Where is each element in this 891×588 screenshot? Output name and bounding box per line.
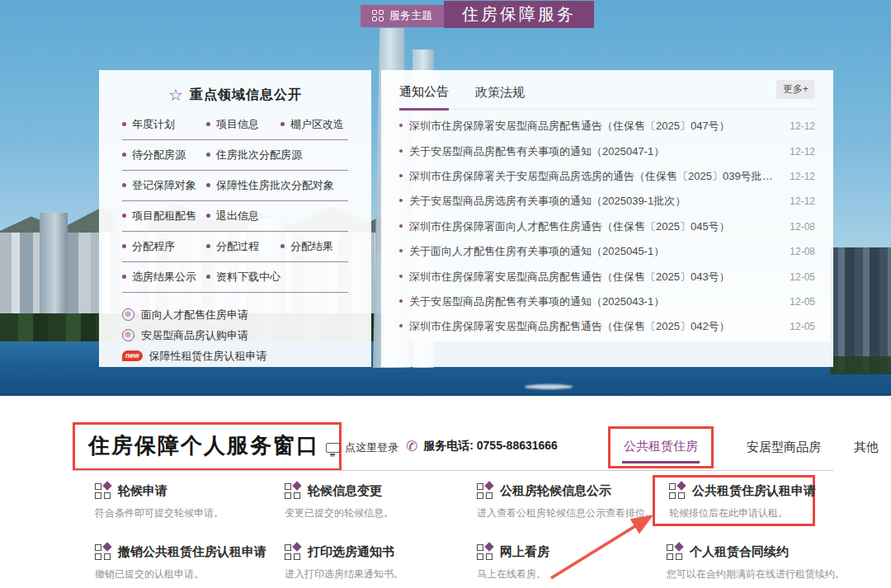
link-row: 分配程序 分配过程 分配结果: [122, 232, 348, 262]
login-label: 点这里登录: [345, 440, 398, 455]
more-button[interactable]: 更多+: [776, 80, 815, 99]
tab-notices[interactable]: 通知公告: [399, 84, 449, 111]
notice-tabs: 通知公告 政策法规 更多+: [399, 70, 815, 110]
boat-wake: [525, 384, 573, 389]
service-topic-chip[interactable]: 服务主题: [361, 5, 444, 27]
tab-other[interactable]: 其他: [854, 440, 879, 455]
link-project-info[interactable]: 项目信息: [206, 117, 259, 132]
service-contract-renewal[interactable]: 个人租赁合同续约 您可以在合约期满前在线进行租赁续约。: [667, 538, 873, 581]
service-grid-icon: [669, 483, 685, 499]
housing-type-tabs: 公共租赁住房 安居型商品房 其他: [608, 426, 879, 468]
link-alloc-procedure[interactable]: 分配程序: [122, 239, 175, 254]
service-desc: 轮候排位后在此申请认租。: [669, 506, 806, 520]
building: [40, 213, 68, 320]
service-queue-info-change[interactable]: 轮候信息变更 变更已提交的轮候信息。: [285, 477, 477, 538]
login-link[interactable]: 点这里登录: [326, 440, 398, 455]
service-desc: 符合条件即可提交轮候申请。: [95, 506, 285, 520]
service-title: 网上看房: [500, 544, 549, 560]
service-desc: 您可以在合约期满前在线进行租赁续约。: [667, 567, 873, 581]
link-batch-housing[interactable]: 住房批次分配房源: [206, 148, 302, 162]
info-disclosure-panel: ☆ 重点领域信息公开 年度计划 项目信息 棚户区改造 待分配房源 住房批次分配房…: [99, 70, 371, 367]
star-icon: ☆: [168, 87, 183, 103]
notice-item[interactable]: 关于安居型商品房选房有关事项的通知（2025039-1批次）12-12: [399, 189, 815, 214]
notice-date: 12-08: [790, 246, 815, 257]
service-grid: 轮候申请 符合条件即可提交轮候申请。 轮候信息变更 变更已提交的轮候信息。 公租…: [95, 477, 873, 581]
notice-date: 12-05: [790, 271, 815, 283]
notice-item[interactable]: 关于安居型商品房配售有关事项的通知（2025043-1）12-05: [399, 289, 815, 314]
phone-number: 服务电话: 0755-88631666: [423, 439, 558, 454]
header-bar: 服务主题 住房保障服务: [361, 1, 594, 28]
service-title: 轮候申请: [118, 483, 167, 499]
apply-icon: 申: [122, 308, 134, 321]
service-topic-label: 服务主题: [389, 8, 432, 23]
notice-item[interactable]: 深圳市住房保障署关于安居型商品房选房的通告（住保售〔2025〕039号批次）12…: [399, 164, 815, 189]
personal-service-section: 住房保障个人服务窗口 点这里登录 ✆ 服务电话: 0755-88631666 公…: [0, 396, 891, 588]
link-project-rent-sale[interactable]: 项目配租配售: [122, 209, 196, 223]
info-disclosure-header: ☆ 重点领域信息公开: [99, 70, 371, 106]
link-alloc-result[interactable]: 分配结果: [280, 239, 333, 254]
page-title: 住房保障服务: [444, 1, 594, 28]
service-queue-apply[interactable]: 轮候申请 符合条件即可提交轮候申请。: [95, 477, 285, 538]
link-row: 项目配租配售 退出信息: [122, 201, 348, 232]
apply-icon: 申: [122, 329, 134, 341]
notice-date: 12-12: [790, 120, 815, 132]
service-grid-icon: [285, 483, 300, 499]
new-badge: new: [122, 350, 143, 361]
notice-item[interactable]: 深圳市住房保障署安居型商品房配售通告（住保售〔2025〕047号）12-12: [399, 114, 815, 139]
link-selection-publicity[interactable]: 选房结果公示: [122, 270, 196, 285]
link-shantytown[interactable]: 棚户区改造: [280, 117, 344, 132]
notice-panel: 通知公告 政策法规 更多+ 深圳市住房保障署安居型商品房配售通告（住保售〔202…: [381, 70, 833, 367]
service-desc: 进入查看公租房轮候信息公示查看排位。: [477, 506, 667, 520]
service-grid-icon: [667, 544, 682, 560]
notice-title: 深圳市住房保障署面向人才配售住房通告（住保售〔2025〕045号）: [399, 219, 730, 234]
service-print-notice[interactable]: 打印选房通知书 进入打印选房结果通知书。: [285, 538, 477, 581]
link-batch-targets[interactable]: 保障性住房批次分配对象: [206, 178, 334, 193]
link-download-center[interactable]: 资料下载中心: [206, 270, 280, 285]
service-online-viewing[interactable]: 网上看房 马上在线看房。: [477, 538, 667, 581]
link-registered-targets[interactable]: 登记保障对象: [122, 178, 196, 193]
notice-date: 12-08: [790, 221, 815, 233]
notice-date: 12-05: [790, 321, 815, 332]
notice-title: 深圳市住房保障署安居型商品房配售通告（住保售〔2025〕047号）: [399, 119, 730, 134]
link-alloc-process[interactable]: 分配过程: [206, 239, 259, 254]
service-desc: 进入打印选房结果通知书。: [285, 567, 477, 581]
notice-title: 关于安居型商品房配售有关事项的通知（2025043-1）: [399, 294, 664, 309]
notice-item[interactable]: 深圳市住房保障署安居型商品房配售通告（住保售〔2025〕042号）12-05: [399, 314, 815, 339]
apply-link-label: 面向人才配售住房申请: [141, 308, 248, 322]
notice-item[interactable]: 深圳市住房保障署安居型商品房配售通告（住保售〔2025〕043号）12-05: [399, 264, 815, 289]
link-exit-info[interactable]: 退出信息: [206, 209, 259, 223]
city-right: [830, 247, 891, 373]
notice-item[interactable]: 关于面向人才配售住房有关事项的通知（2025045-1）12-08: [399, 239, 815, 264]
tab-affordable-commodity[interactable]: 安居型商品房: [747, 440, 821, 455]
service-title: 轮候信息变更: [308, 483, 382, 499]
service-phone: ✆ 服务电话: 0755-88631666: [406, 439, 558, 454]
service-desc: 撤销已提交的认租申请。: [95, 567, 285, 581]
annotation-box-title: 住房保障个人服务窗口: [73, 422, 342, 471]
link-pending-housing[interactable]: 待分配房源: [122, 148, 186, 162]
service-title: 公共租赁住房认租申请: [692, 483, 816, 499]
apply-link-label: 保障性租赁住房认租申请: [149, 349, 267, 364]
service-grid-icon: [477, 483, 493, 499]
service-queue-publicity[interactable]: 公租房轮候信息公示 进入查看公租房轮候信息公示查看排位。: [477, 477, 667, 538]
trees-right: [830, 356, 891, 374]
page: 服务主题 住房保障服务 ☆ 重点领域信息公开 年度计划 项目信息 棚户区改造 待…: [0, 0, 891, 588]
notice-title: 深圳市住房保障署关于安居型商品房选房的通告（住保售〔2025〕039号批次）: [399, 169, 780, 184]
apply-affordable-housing[interactable]: 申 安居型商品房认购申请: [122, 325, 371, 346]
link-annual-plan[interactable]: 年度计划: [122, 117, 175, 132]
tab-policies[interactable]: 政策法规: [475, 85, 525, 109]
service-cancel-rental-apply[interactable]: 撤销公共租赁住房认租申请 撤销已提交的认租申请。: [95, 538, 285, 581]
tab-public-rental[interactable]: 公共租赁住房: [624, 439, 698, 453]
monitor-icon: [326, 443, 340, 453]
apply-talent-housing[interactable]: 申 面向人才配售住房申请: [122, 304, 371, 325]
notice-date: 12-05: [790, 296, 815, 308]
notice-date: 12-12: [790, 171, 815, 182]
apply-rental-housing[interactable]: new 保障性租赁住房认租申请: [122, 346, 371, 366]
notice-item[interactable]: 关于安居型商品房配售有关事项的通知（2025047-1）12-12: [399, 139, 815, 163]
notice-item[interactable]: 深圳市住房保障署面向人才配售住房通告（住保售〔2025〕045号）12-08: [399, 214, 815, 239]
apply-links: 申 面向人才配售住房申请 申 安居型商品房认购申请 new 保障性租赁住房认租申…: [122, 304, 371, 366]
notice-title: 关于安居型商品房选房有关事项的通知（2025039-1批次）: [399, 194, 686, 209]
service-rental-apply[interactable]: 公共租赁住房认租申请 轮候排位后在此申请认租。: [653, 475, 815, 526]
apply-link-label: 安居型商品房认购申请: [141, 328, 248, 343]
annotation-box-tab: 公共租赁住房: [608, 426, 714, 468]
notice-title: 关于面向人才配售住房有关事项的通知（2025045-1）: [399, 244, 664, 259]
